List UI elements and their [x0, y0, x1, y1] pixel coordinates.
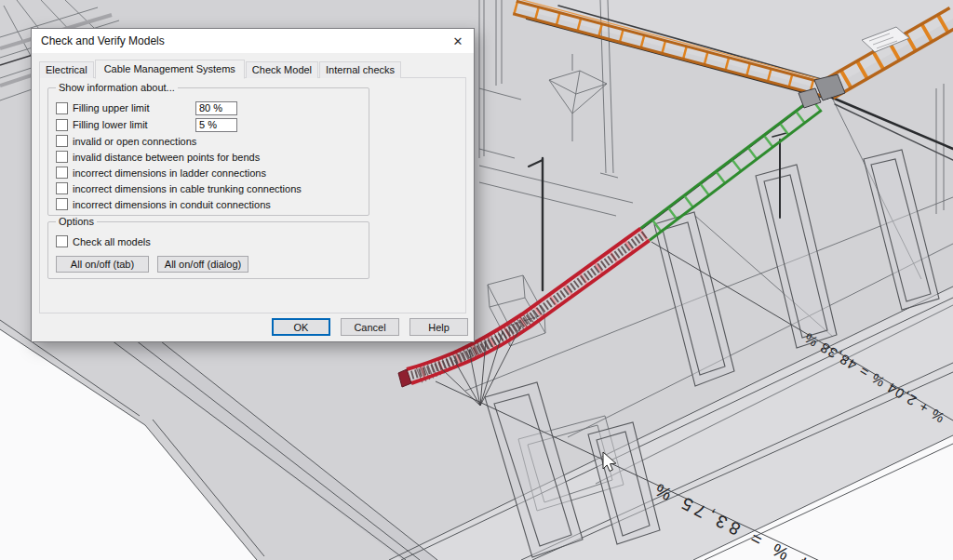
dialog-titlebar[interactable]: Check and Verify Models ✕	[32, 29, 474, 53]
filling-lower-row: Filling lower limit	[56, 116, 369, 133]
filling-lower-input[interactable]	[195, 118, 237, 132]
row-label: invalid or open connections	[73, 136, 196, 147]
cable-trunking-checkbox[interactable]	[56, 182, 68, 194]
tab-cable-management-systems[interactable]: Cable Management Systems	[95, 60, 245, 79]
app-window: % + 2,04 % = 48,38 % 04 % = 83,75 % Chec…	[0, 0, 953, 560]
check-and-verify-dialog: Check and Verify Models ✕ Electrical Cab…	[31, 28, 475, 342]
filling-upper-label: Filling upper limit	[73, 102, 186, 113]
invalid-open-connections-row: invalid or open connections	[56, 133, 369, 149]
check-all-models-checkbox[interactable]	[56, 235, 68, 247]
group-title: Show information about...	[56, 82, 178, 93]
tab-check-model[interactable]: Check Model	[246, 61, 318, 78]
ladder-connections-row: incorrect dimensions in ladder connectio…	[56, 165, 369, 180]
cancel-button[interactable]: Cancel	[341, 318, 399, 336]
cable-trunking-row: incorrect dimensions in cable trunking c…	[56, 180, 369, 196]
row-label: incorrect dimensions in conduit connecti…	[73, 199, 271, 210]
row-label: incorrect dimensions in cable trunking c…	[73, 183, 302, 194]
dialog-title: Check and Verify Models	[41, 34, 444, 47]
invalid-distance-row: invalid distance between points for bend…	[56, 149, 369, 165]
tab-page: Show information about... Filling upper …	[39, 77, 466, 313]
filling-upper-input[interactable]	[195, 101, 237, 115]
row-label: Check all models	[73, 236, 151, 247]
filling-lower-label: Filling lower limit	[73, 119, 186, 130]
all-on-off-dialog-button[interactable]: All on/off (dialog)	[157, 256, 248, 273]
check-all-models-row: Check all models	[56, 233, 369, 249]
row-label: invalid distance between points for bend…	[73, 152, 260, 163]
row-label: incorrect dimensions in ladder connectio…	[73, 167, 266, 179]
help-button[interactable]: Help	[409, 318, 468, 336]
dialog-buttons: OK Cancel Help	[272, 318, 468, 336]
conduit-connections-row: incorrect dimensions in conduit connecti…	[56, 196, 369, 212]
filling-upper-checkbox[interactable]	[56, 102, 68, 114]
ladder-connections-checkbox[interactable]	[56, 167, 68, 179]
tab-internal-checks[interactable]: Internal checks	[319, 61, 401, 78]
invalid-open-connections-checkbox[interactable]	[56, 135, 68, 147]
conduit-connections-checkbox[interactable]	[56, 198, 68, 210]
ok-button[interactable]: OK	[272, 318, 330, 336]
options-group: Options Check all models All on/off (tab…	[47, 221, 369, 279]
filling-lower-checkbox[interactable]	[56, 119, 68, 131]
filling-upper-row: Filling upper limit	[56, 100, 369, 116]
close-icon[interactable]: ✕	[444, 30, 472, 52]
tab-electrical[interactable]: Electrical	[39, 61, 94, 78]
options-buttons: All on/off (tab) All on/off (dialog)	[56, 256, 369, 273]
invalid-distance-checkbox[interactable]	[56, 151, 68, 163]
group-title: Options	[56, 216, 97, 227]
show-information-group: Show information about... Filling upper …	[47, 87, 369, 216]
all-on-off-tab-button[interactable]: All on/off (tab)	[56, 256, 149, 273]
tab-strip: Electrical Cable Management Systems Chec…	[39, 60, 474, 78]
